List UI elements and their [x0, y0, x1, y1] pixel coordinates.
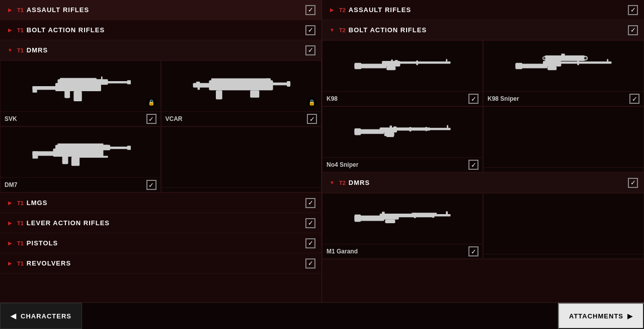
svk-gun-svg: [30, 69, 131, 104]
characters-button[interactable]: ◀ CHARACTERS: [0, 303, 82, 329]
svg-rect-31: [127, 146, 130, 150]
tier-badge: T1: [17, 27, 24, 33]
checkbox-icon[interactable]: [305, 25, 315, 35]
category-checkbox[interactable]: [305, 238, 315, 248]
category-label: BOLT ACTION RIFLES: [27, 26, 305, 34]
category-t2-assault-rifles[interactable]: ▶ T2 ASSAULT RIFLES: [322, 0, 644, 20]
weapon-image-empty3: [484, 193, 643, 254]
svg-rect-60: [393, 127, 430, 130]
tier-badge: T1: [17, 240, 24, 246]
weapon-cell-svk: 🔒 SVK: [0, 60, 161, 126]
chevron-icon: ▼: [328, 26, 336, 34]
svg-rect-29: [62, 155, 68, 164]
svg-rect-14: [216, 90, 222, 99]
category-checkbox[interactable]: [305, 218, 315, 228]
k98-checkbox[interactable]: [468, 94, 478, 104]
svg-rect-36: [386, 67, 395, 70]
category-t1-bolt-action-rifles[interactable]: ▶ T1 BOLT ACTION RIFLES: [0, 20, 321, 40]
svg-rect-1: [32, 86, 37, 93]
category-checkbox[interactable]: [305, 45, 315, 55]
k98-sniper-checkbox[interactable]: [629, 94, 639, 104]
svg-point-53: [543, 57, 546, 59]
chevron-icon: ▶: [6, 239, 14, 247]
weapon-label-row-k98-sniper: K98 Sniper: [484, 91, 643, 106]
svg-rect-38: [395, 60, 398, 61]
weapon-image-svk: 🔒: [1, 61, 160, 111]
tier-badge: T1: [17, 260, 24, 267]
m1-garand-checkbox[interactable]: [468, 246, 478, 256]
svg-rect-59: [355, 128, 361, 136]
svg-rect-35: [355, 63, 362, 70]
svg-rect-67: [410, 127, 412, 131]
svg-rect-75: [388, 220, 394, 223]
weapon-label-row-m1-garand: M1 Garand: [323, 244, 482, 258]
category-t1-lmgs[interactable]: ▶ T1 LMGS: [0, 193, 321, 213]
checkbox-icon[interactable]: [305, 238, 315, 248]
svg-rect-72: [355, 215, 361, 222]
category-t1-pistols[interactable]: ▶ T1 PISTOLS: [0, 233, 321, 253]
category-t2-dmrs[interactable]: ▼ T2 DMRS: [322, 173, 644, 193]
category-checkbox[interactable]: [305, 198, 315, 208]
weapon-cell-empty: [161, 126, 322, 192]
svk-checkbox[interactable]: [146, 114, 156, 124]
category-t2-bolt-action-rifles[interactable]: ▼ T2 BOLT ACTION RIFLES: [322, 20, 644, 40]
svg-rect-10: [127, 80, 130, 84]
back-arrow-icon: ◀: [11, 312, 17, 320]
attachments-button[interactable]: ATTACHMENTS ▶: [558, 303, 644, 329]
weapon-image-k98-sniper: [484, 41, 643, 91]
chevron-icon: ▼: [328, 179, 336, 187]
checkbox-icon[interactable]: [305, 198, 315, 208]
weapon-label-row-empty: [162, 187, 321, 192]
svg-rect-55: [577, 60, 579, 65]
weapon-cell-m1-garand: M1 Garand: [322, 193, 483, 259]
t1-dmrs-weapons: 🔒 SVK: [0, 60, 321, 193]
category-checkbox[interactable]: [305, 25, 315, 35]
checkbox-icon[interactable]: [305, 218, 315, 228]
vcar-checkbox[interactable]: [307, 114, 317, 124]
category-checkbox[interactable]: [305, 258, 315, 269]
category-label: REVOLVERS: [27, 259, 305, 267]
category-t1-lever-action[interactable]: ▶ T1 LEVER ACTION RIFLES: [0, 213, 321, 233]
checkbox-icon[interactable]: [628, 5, 638, 15]
tier-badge: T1: [17, 220, 24, 226]
svg-rect-26: [73, 145, 108, 148]
checkbox-icon[interactable]: [628, 25, 638, 35]
chevron-icon: ▼: [6, 46, 14, 54]
category-checkbox[interactable]: [628, 178, 638, 188]
svg-rect-18: [196, 82, 200, 84]
weapon-image-dm7: [1, 127, 160, 177]
category-checkbox[interactable]: [628, 25, 638, 35]
weapon-label-row-svk: SVK: [1, 111, 160, 126]
chevron-icon: ▶: [328, 6, 336, 14]
left-panel: ▶ T1 ASSAULT RIFLES ▶ T1 BOLT ACTION RIF…: [0, 0, 322, 302]
svg-rect-41: [416, 60, 418, 65]
svg-rect-11: [209, 80, 273, 90]
category-t1-assault-rifles[interactable]: ▶ T1 ASSAULT RIFLES: [0, 0, 321, 20]
svg-rect-19: [266, 79, 269, 82]
weapon-cell-dm7: DM7: [0, 126, 161, 192]
checkbox-icon[interactable]: [305, 258, 315, 269]
dm7-gun-svg: [30, 135, 131, 170]
tier-badge: T1: [17, 47, 24, 53]
svg-rect-12: [193, 83, 211, 88]
weapon-name-m1-garand: M1 Garand: [327, 248, 468, 255]
k98-gun-svg: [352, 48, 453, 84]
checkbox-icon[interactable]: [305, 5, 315, 15]
dm7-checkbox[interactable]: [146, 180, 156, 190]
weapon-image-empty: [162, 127, 321, 187]
category-checkbox[interactable]: [628, 5, 638, 15]
category-t1-revolvers[interactable]: ▶ T1 REVOLVERS: [0, 253, 321, 274]
svg-point-51: [584, 57, 587, 59]
category-t1-dmrs[interactable]: ▼ T1 DMRS: [0, 40, 321, 60]
svg-rect-54: [607, 59, 608, 62]
no4-sniper-checkbox[interactable]: [468, 160, 478, 170]
weapon-label-row-dm7: DM7: [1, 177, 160, 192]
svg-rect-77: [446, 211, 448, 216]
svg-rect-45: [516, 63, 523, 70]
checkbox-icon[interactable]: [305, 45, 315, 55]
category-checkbox[interactable]: [305, 5, 315, 15]
checkbox-icon[interactable]: [628, 178, 638, 188]
category-label: LMGS: [27, 199, 305, 207]
weapon-label-row-empty3: [484, 254, 643, 258]
category-label: DMRS: [27, 46, 305, 54]
